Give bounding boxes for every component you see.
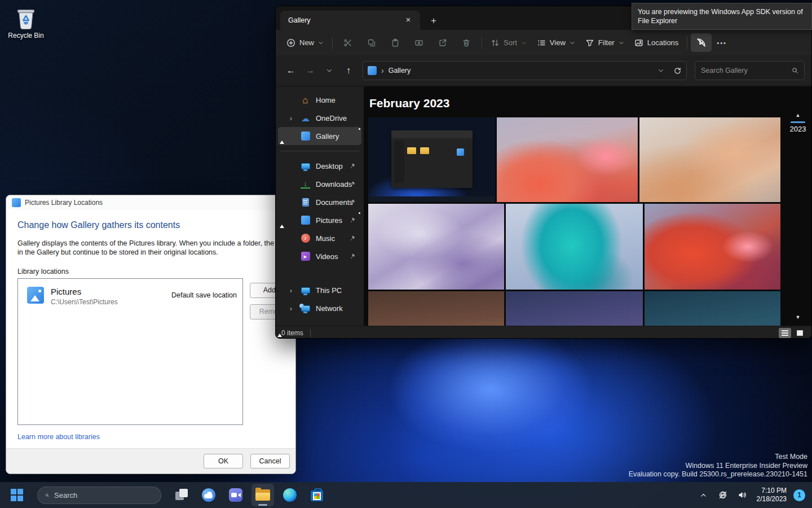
videos-icon: ▶ xyxy=(301,252,310,261)
notification-badge[interactable]: 1 xyxy=(793,489,805,501)
details-view-toggle[interactable] xyxy=(779,328,791,338)
sidebar-item-desktop[interactable]: Desktop xyxy=(278,157,361,175)
up-button[interactable]: ↑ xyxy=(340,62,357,79)
pictures-library-locations-dialog: Pictures Library Locations Change how Ga… xyxy=(6,195,296,474)
hidden-icons-button[interactable] xyxy=(696,486,712,504)
library-location-item-pictures[interactable]: Pictures C:\Users\Test\Pictures Default … xyxy=(18,279,242,306)
task-view-button[interactable] xyxy=(170,484,193,506)
library-locations-label: Library locations xyxy=(17,268,69,275)
store-button[interactable] xyxy=(306,484,328,506)
sidebar-item-documents[interactable]: Documents xyxy=(278,193,361,211)
sidebar-item-downloads[interactable]: ↓ Downloads xyxy=(278,175,361,193)
gallery-thumbnail[interactable] xyxy=(506,204,643,290)
sidebar-item-videos[interactable]: ▶ Videos xyxy=(278,247,361,265)
timeline-scrollbar[interactable]: ▲ 2023 ▼ xyxy=(787,86,809,326)
dialog-footer: OK Cancel xyxy=(6,448,295,474)
search-input[interactable] xyxy=(701,67,792,75)
preview-feedback-pizza-button[interactable] xyxy=(691,33,712,52)
status-divider xyxy=(310,329,311,337)
sidebar-item-label: Desktop xyxy=(316,162,343,170)
pin-icon xyxy=(348,235,356,242)
dialog-titlebar[interactable]: Pictures Library Locations xyxy=(6,195,295,210)
expander-chevron-icon[interactable]: › xyxy=(287,114,295,122)
chevron-down-icon xyxy=(619,40,624,46)
thumbnail-view-toggle[interactable] xyxy=(793,328,806,338)
sidebar-item-label: Network xyxy=(316,304,343,313)
toolbar-divider xyxy=(332,37,333,49)
dialog-heading: Change how Gallery gathers its contents xyxy=(17,220,180,230)
gallery-thumbnail[interactable] xyxy=(368,291,504,326)
file-explorer-taskbar-button[interactable] xyxy=(251,484,274,506)
tab-close-button[interactable]: × xyxy=(402,14,414,27)
view-button[interactable]: View xyxy=(532,34,580,51)
view-icon xyxy=(537,38,546,47)
timeline-up-icon[interactable]: ▲ xyxy=(796,112,801,118)
refresh-icon[interactable] xyxy=(673,67,682,75)
chevron-down-icon xyxy=(570,40,575,46)
clock-time: 7:10 PM xyxy=(757,487,787,495)
learn-more-link[interactable]: Learn more about libraries xyxy=(17,433,100,441)
taskbar-search-input[interactable] xyxy=(54,491,153,500)
sidebar-item-pictures[interactable]: Pictures xyxy=(278,211,361,229)
new-tab-button[interactable]: + xyxy=(427,15,440,27)
gallery-content-pane: February 2023 xyxy=(364,86,811,326)
tab-gallery[interactable]: Gallery × xyxy=(280,11,420,30)
clock[interactable]: 7:10 PM 2/18/2023 xyxy=(753,487,790,503)
gallery-thumbnail-screenshot[interactable] xyxy=(368,117,495,202)
filter-button[interactable]: Filter xyxy=(580,34,629,51)
address-dropdown-icon[interactable] xyxy=(657,67,664,74)
timeline-position-indicator[interactable] xyxy=(791,121,805,123)
chat-button[interactable] xyxy=(224,484,247,506)
sidebar-item-this-pc[interactable]: › This PC xyxy=(278,281,361,299)
onedrive-cloud-icon: ☁ xyxy=(301,113,310,123)
gallery-thumbnail[interactable] xyxy=(645,204,780,290)
sidebar-item-music[interactable]: ♪ Music xyxy=(278,229,361,247)
gallery-thumbnail[interactable] xyxy=(506,291,643,326)
recycle-bin-shortcut[interactable]: Recycle Bin xyxy=(5,5,47,40)
expander-chevron-icon[interactable]: › xyxy=(287,286,295,295)
ok-button[interactable]: OK xyxy=(204,454,243,468)
sidebar-item-home[interactable]: ⌂ Home xyxy=(278,91,361,109)
expander-chevron-icon[interactable]: › xyxy=(287,304,295,313)
search-box[interactable] xyxy=(695,61,805,80)
gallery-thumbnail[interactable] xyxy=(645,291,780,326)
pictures-icon xyxy=(301,216,310,225)
sidebar-item-network[interactable]: › Network xyxy=(278,299,361,317)
widgets-icon xyxy=(202,488,215,502)
gallery-thumbnail[interactable] xyxy=(368,204,504,290)
widgets-button[interactable] xyxy=(197,484,220,506)
timeline-down-icon[interactable]: ▼ xyxy=(796,314,801,320)
network-tray-button[interactable] xyxy=(715,486,731,504)
sidebar-item-label: OneDrive xyxy=(316,114,347,122)
gallery-thumbnail[interactable] xyxy=(497,117,638,202)
cancel-button[interactable]: Cancel xyxy=(250,454,290,468)
search-icon xyxy=(45,491,49,500)
library-item-name: Pictures xyxy=(51,287,118,297)
music-icon: ♪ xyxy=(301,234,310,243)
recent-locations-button[interactable] xyxy=(321,62,338,79)
recycle-bin-icon xyxy=(14,5,38,30)
volume-tray-button[interactable] xyxy=(734,486,750,504)
gallery-thumbnail[interactable] xyxy=(639,117,780,202)
back-button[interactable]: ← xyxy=(283,62,299,79)
timeline-year-label: 2023 xyxy=(790,125,806,133)
see-more-button[interactable]: ••• xyxy=(712,36,732,50)
library-locations-listbox[interactable]: Pictures C:\Users\Test\Pictures Default … xyxy=(17,278,243,425)
delete-icon xyxy=(462,38,471,47)
locations-button[interactable]: Locations xyxy=(629,34,684,51)
breadcrumb[interactable]: › Gallery xyxy=(363,61,687,80)
pin-icon xyxy=(348,163,356,170)
breadcrumb-gallery[interactable]: Gallery xyxy=(389,67,411,75)
sidebar-item-gallery[interactable]: Gallery xyxy=(278,127,361,145)
gallery-grid xyxy=(368,117,781,326)
taskbar-search[interactable] xyxy=(37,487,161,504)
pin-icon xyxy=(348,199,356,206)
gallery-group-header: February 2023 xyxy=(369,97,449,110)
chevron-up-icon xyxy=(700,492,707,499)
watermark-line-3: Evaluation copy. Build 25300.rs_prerelea… xyxy=(629,470,807,479)
edge-button[interactable] xyxy=(279,484,301,506)
sidebar-item-label: Videos xyxy=(316,252,338,261)
start-button[interactable] xyxy=(6,484,28,506)
new-button[interactable]: New xyxy=(281,34,329,51)
sidebar-item-onedrive[interactable]: › ☁ OneDrive xyxy=(278,109,361,127)
